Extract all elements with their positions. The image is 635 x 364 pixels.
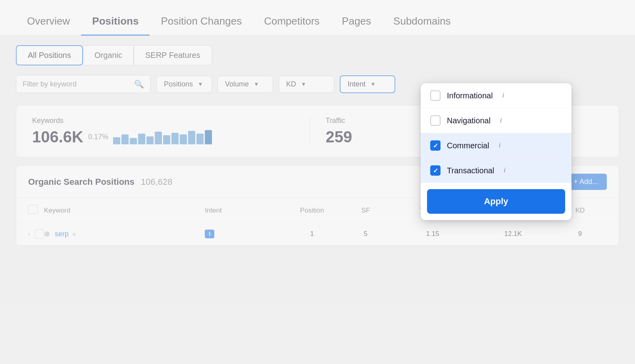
intent-chevron-icon: ▼ [370, 81, 376, 87]
table-row: › ⊕ serp » I 1 5 1.15 12.1K 9 [16, 223, 619, 245]
dropdown-option-informational[interactable]: Informational i [421, 83, 572, 108]
mini-bar-5 [155, 132, 162, 144]
transactional-info-icon[interactable]: i [504, 167, 505, 174]
tab-overview[interactable]: Overview [16, 8, 81, 36]
commercial-checkbox[interactable]: ✓ [430, 140, 441, 151]
transactional-label: Transactional [447, 166, 494, 175]
search-icon-button[interactable]: 🔍 [134, 79, 144, 89]
row-volume: 12.1K [473, 230, 553, 238]
kd-filter[interactable]: KD ▼ [279, 76, 334, 93]
apply-button[interactable]: Apply [427, 189, 565, 214]
keywords-value-container: 106.6K 0.17% [32, 128, 294, 146]
keyword-link[interactable]: serp [55, 230, 69, 238]
kd-filter-label: KD [286, 80, 296, 88]
mini-bar-6 [163, 135, 170, 144]
header-keyword: Keyword [44, 207, 205, 215]
search-input[interactable] [23, 80, 134, 88]
keywords-label: Keywords [32, 117, 294, 125]
mini-bar-2 [130, 138, 137, 144]
mini-bar-0 [113, 137, 120, 144]
kd-chevron-icon: ▼ [301, 81, 306, 87]
positions-filter-label: Positions [164, 80, 193, 88]
row-kd: 9 [553, 230, 607, 238]
mini-bar-7 [171, 133, 179, 144]
dropdown-option-transactional[interactable]: ✓ Transactional i [421, 158, 572, 183]
positions-filter[interactable]: Positions ▼ [156, 76, 212, 93]
keywords-chart [113, 130, 212, 144]
tab-competitors[interactable]: Competitors [253, 8, 331, 36]
subtabs-container: All Positions Organic SERP Features [0, 36, 635, 65]
arrows-icon: » [73, 231, 76, 237]
informational-label: Informational [447, 91, 493, 100]
navigational-label: Navigational [447, 116, 491, 125]
header-position: Position [285, 207, 339, 215]
volume-filter[interactable]: Volume ▼ [217, 76, 273, 93]
keywords-stat: Keywords 106.6K 0.17% [32, 117, 310, 146]
row-expand-col: › [28, 229, 44, 239]
informational-info-icon[interactable]: i [502, 92, 504, 99]
mini-bar-8 [180, 134, 187, 144]
commercial-checkmark: ✓ [433, 142, 438, 149]
row-keyword-col: ⊕ serp » [44, 230, 205, 238]
tab-positions[interactable]: Positions [81, 8, 150, 36]
intent-badge: I [205, 230, 214, 238]
row-position: 1 [285, 230, 339, 238]
traffic-number: 259 [326, 128, 352, 146]
mini-bar-10 [196, 134, 204, 144]
intent-dropdown: Informational i Navigational i ✓ Commerc… [421, 83, 572, 220]
header-checkbox[interactable] [28, 205, 38, 214]
dropdown-option-commercial[interactable]: ✓ Commercial i [421, 133, 572, 158]
row-intent-col: I [205, 230, 285, 238]
header-sf: SF [339, 207, 393, 215]
mini-bar-4 [146, 136, 154, 144]
positions-chevron-icon: ▼ [198, 81, 203, 87]
subtab-all-positions[interactable]: All Positions [16, 45, 83, 65]
keywords-percent: 0.17% [88, 133, 108, 141]
mini-bar-11 [205, 130, 212, 144]
volume-filter-label: Volume [225, 80, 249, 88]
expand-arrow-icon[interactable]: › [28, 231, 30, 237]
transactional-checkmark: ✓ [433, 167, 438, 174]
dropdown-option-navigational[interactable]: Navigational i [421, 108, 572, 133]
main-nav: Overview Positions Position Changes Comp… [0, 0, 635, 36]
keyword-search-container[interactable]: 🔍 [16, 75, 151, 93]
row-traffic: 1.15 [393, 230, 473, 238]
mini-bar-9 [188, 131, 195, 144]
organic-title: Organic Search Positions [28, 177, 135, 187]
intent-filter[interactable]: Intent ▼ [340, 75, 395, 93]
tab-position-changes[interactable]: Position Changes [150, 8, 253, 36]
organic-count: 106,628 [141, 177, 173, 187]
header-checkbox-col [28, 205, 44, 216]
commercial-info-icon[interactable]: i [499, 142, 500, 149]
commercial-label: Commercial [447, 141, 489, 150]
row-sf: 5 [339, 230, 393, 238]
tab-subdomains[interactable]: Subdomains [382, 8, 462, 36]
header-intent: Intent [205, 207, 285, 215]
navigational-info-icon[interactable]: i [500, 117, 502, 124]
tab-pages[interactable]: Pages [331, 8, 382, 36]
volume-chevron-icon: ▼ [254, 81, 259, 87]
navigational-checkbox[interactable] [430, 115, 441, 126]
add-circle-icon[interactable]: ⊕ [44, 230, 50, 238]
keywords-number: 106.6K [32, 128, 83, 146]
intent-filter-label: Intent [348, 80, 366, 88]
subtab-serp-features[interactable]: SERP Features [134, 45, 212, 65]
transactional-checkbox[interactable]: ✓ [430, 165, 441, 176]
subtab-organic[interactable]: Organic [83, 45, 134, 65]
informational-checkbox[interactable] [430, 90, 441, 101]
mini-bar-3 [138, 134, 145, 144]
row-checkbox[interactable] [35, 229, 44, 239]
mini-bar-1 [121, 134, 129, 144]
